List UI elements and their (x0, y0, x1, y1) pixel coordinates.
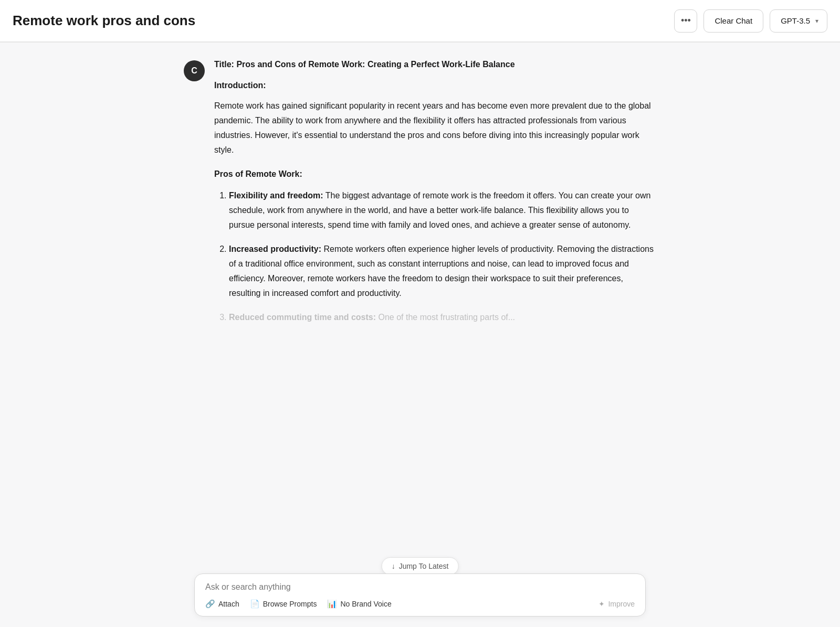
pros-label: Pros of Remote Work: (214, 167, 656, 181)
attach-label: Attach (218, 600, 239, 608)
brand-voice-button[interactable]: 📊 No Brand Voice (327, 599, 391, 609)
list-item-body: One of the most frustrating parts of... (379, 313, 516, 322)
input-area: 🔗 Attach 📄 Browse Prompts 📊 No Brand Voi… (194, 573, 646, 617)
page-title: Remote work pros and cons (13, 13, 195, 29)
pros-list: Flexibility and freedom: The biggest adv… (214, 188, 656, 325)
jump-label: Jump To Latest (399, 562, 449, 570)
more-options-button[interactable]: ••• (674, 9, 697, 33)
brand-voice-icon: 📊 (327, 599, 337, 609)
input-toolbar: 🔗 Attach 📄 Browse Prompts 📊 No Brand Voi… (205, 599, 635, 609)
browse-prompts-button[interactable]: 📄 Browse Prompts (250, 599, 317, 609)
list-item: Flexibility and freedom: The biggest adv… (229, 188, 656, 232)
improve-button[interactable]: ✦ Improve (598, 600, 635, 608)
input-tools-left: 🔗 Attach 📄 Browse Prompts 📊 No Brand Voi… (205, 599, 392, 609)
attach-icon: 🔗 (205, 599, 215, 609)
browse-label: Browse Prompts (263, 600, 317, 608)
model-name-label: GPT-3.5 (781, 16, 810, 25)
chat-message: C Title: Pros and Cons of Remote Work: C… (184, 58, 656, 334)
list-item: Increased productivity: Remote workers o… (229, 242, 656, 301)
model-selector-button[interactable]: GPT-3.5 ▾ (770, 9, 827, 33)
brand-voice-label: No Brand Voice (340, 600, 391, 608)
list-item-title: Flexibility and freedom: (229, 191, 323, 200)
chevron-down-icon: ▾ (815, 17, 818, 25)
list-item: Reduced commuting time and costs: One of… (229, 310, 656, 325)
jump-arrow-icon: ↓ (392, 562, 395, 570)
chat-input[interactable] (205, 582, 635, 592)
improve-sparkle-icon: ✦ (598, 600, 605, 608)
message-body: Title: Pros and Cons of Remote Work: Cre… (214, 58, 656, 334)
main-content: C Title: Pros and Cons of Remote Work: C… (0, 42, 840, 627)
clear-chat-button[interactable]: Clear Chat (704, 9, 763, 33)
improve-label: Improve (608, 600, 635, 608)
list-item-title: Increased productivity: (229, 245, 321, 253)
list-item-title: Reduced commuting time and costs: (229, 313, 376, 322)
browse-icon: 📄 (250, 599, 260, 609)
header-actions: ••• Clear Chat GPT-3.5 ▾ (674, 9, 827, 33)
message-title: Title: Pros and Cons of Remote Work: Cre… (214, 58, 656, 71)
chat-container: C Title: Pros and Cons of Remote Work: C… (184, 58, 656, 627)
jump-to-latest-button[interactable]: ↓ Jump To Latest (382, 557, 459, 575)
avatar: C (184, 60, 205, 81)
intro-text: Remote work has gained significant popul… (214, 99, 656, 157)
attach-button[interactable]: 🔗 Attach (205, 599, 239, 609)
app-header: Remote work pros and cons ••• Clear Chat… (0, 0, 840, 42)
intro-label: Introduction: (214, 78, 656, 92)
